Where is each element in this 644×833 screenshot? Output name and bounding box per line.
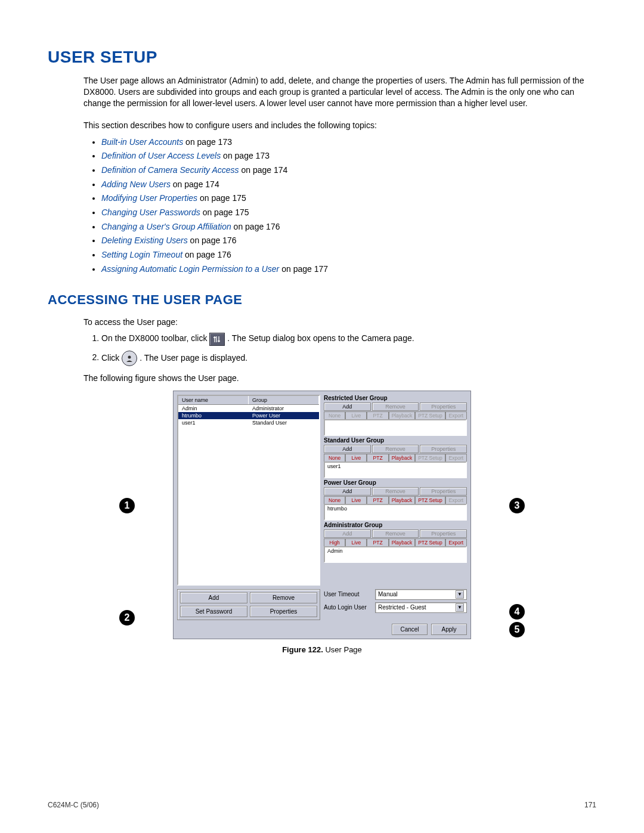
admin-group-panel: Administrator Group Add Remove Propertie… [324, 522, 467, 563]
figure-caption: Figure 122. User Page [143, 645, 501, 654]
callout-5: 5 [509, 622, 525, 637]
user-action-buttons: Add Remove Set Password Properties [177, 589, 320, 620]
tab-export[interactable]: Export [445, 411, 467, 419]
tab-live[interactable]: Live [345, 454, 367, 462]
group-props-button[interactable]: Properties [420, 529, 467, 538]
tab-ptz[interactable]: PTZ [367, 538, 388, 546]
toc-item: Definition of Camera Security Access on … [101, 164, 596, 177]
tab-ptz[interactable]: PTZ [367, 411, 388, 419]
user-timeout-select[interactable]: Manual ▼ [375, 589, 467, 600]
toc-item: Changing a User's Group Affiliation on p… [101, 221, 596, 234]
properties-button[interactable]: Properties [250, 606, 317, 617]
tab-export[interactable]: Export [445, 538, 467, 546]
toc-link[interactable]: Changing a User's Group Affiliation [101, 222, 231, 231]
group-title: Restricted User Group [324, 395, 467, 401]
tab-playback[interactable]: Playback [389, 538, 416, 546]
tab-ptz[interactable]: PTZ [367, 496, 388, 504]
user-timeout-label: User Timeout [324, 591, 371, 597]
power-group-panel: Power User Group Add Remove Properties N… [324, 479, 467, 521]
tab-ptzsetup[interactable]: PTZ Setup [415, 454, 445, 462]
callout-2: 2 [119, 610, 135, 625]
group-title: Standard User Group [324, 437, 467, 444]
step-2: Click . The User page is displayed. [101, 351, 596, 366]
toc-link[interactable]: Assigning Automatic Login Permission to … [101, 264, 279, 274]
group-add-button[interactable]: Add [324, 529, 371, 538]
toc-link[interactable]: Built-in User Accounts [101, 137, 183, 147]
group-remove-button[interactable]: Remove [372, 402, 419, 411]
group-add-button[interactable]: Add [324, 445, 371, 453]
tab-live[interactable]: Live [345, 496, 367, 504]
toc-link[interactable]: Setting Login Timeout [101, 250, 182, 259]
tab-ptzsetup[interactable]: PTZ Setup [415, 538, 445, 546]
callout-1: 1 [119, 498, 135, 513]
callout-4: 4 [509, 604, 525, 620]
col-username[interactable]: User name [178, 396, 249, 404]
user-list[interactable]: User name Group AdminAdministrator htrum… [177, 395, 320, 586]
tab-none[interactable]: None [324, 454, 345, 462]
group-props-button[interactable]: Properties [420, 487, 467, 496]
group-member-list[interactable]: htrumbo [324, 504, 467, 521]
restricted-group-panel: Restricted User Group Add Remove Propert… [324, 395, 467, 436]
tab-export[interactable]: Export [445, 496, 467, 504]
toc-item: Adding New Users on page 174 [101, 178, 596, 191]
user-page-dialog: User name Group AdminAdministrator htrum… [173, 391, 471, 639]
toc-item: Definition of User Access Levels on page… [101, 150, 596, 163]
toc-item: Assigning Automatic Login Permission to … [101, 263, 596, 276]
tab-high[interactable]: High [324, 538, 345, 546]
section-heading: ACCESSING THE USER PAGE [48, 292, 596, 308]
toc-link[interactable]: Modifying User Properties [101, 193, 197, 203]
group-add-button[interactable]: Add [324, 487, 371, 496]
toc-item: Built-in User Accounts on page 173 [101, 136, 596, 149]
tab-export[interactable]: Export [445, 454, 467, 462]
group-remove-button[interactable]: Remove [372, 487, 419, 496]
user-page-icon [122, 351, 137, 366]
standard-group-panel: Standard User Group Add Remove Propertie… [324, 437, 467, 478]
step-list: On the DX8000 toolbar, click . The Setup… [101, 332, 596, 366]
toc-link[interactable]: Definition of Camera Security Access [101, 165, 239, 175]
page-title: USER SETUP [48, 48, 596, 67]
toc-link[interactable]: Definition of User Access Levels [101, 151, 221, 160]
tab-none[interactable]: None [324, 496, 345, 504]
user-row-selected: htrumboPower User [178, 412, 319, 419]
tab-playback[interactable]: Playback [389, 496, 416, 504]
toc-item: Setting Login Timeout on page 176 [101, 249, 596, 262]
col-group[interactable]: Group [249, 396, 319, 404]
toc-link[interactable]: Adding New Users [101, 179, 171, 189]
setup-toolbar-icon [209, 333, 225, 346]
toc-link[interactable]: Changing User Passwords [101, 208, 200, 217]
toc-item: Modifying User Properties on page 175 [101, 192, 596, 205]
cancel-button[interactable]: Cancel [392, 624, 428, 635]
figure-intro: The following figure shows the User page… [83, 372, 596, 385]
toc-link[interactable]: Deleting Existing Users [101, 236, 188, 245]
tab-playback[interactable]: Playback [389, 454, 416, 462]
add-user-button[interactable]: Add [180, 592, 247, 603]
svg-point-0 [128, 355, 131, 358]
apply-button[interactable]: Apply [431, 624, 467, 635]
tab-none[interactable]: None [324, 411, 345, 419]
tab-ptzsetup[interactable]: PTZ Setup [415, 411, 445, 419]
toc-item: Deleting Existing Users on page 176 [101, 234, 596, 247]
group-member-list[interactable]: user1 [324, 462, 467, 478]
auto-login-select[interactable]: Restricted - Guest ▼ [375, 602, 467, 613]
set-password-button[interactable]: Set Password [180, 606, 247, 617]
toc-item: Changing User Passwords on page 175 [101, 206, 596, 219]
chevron-down-icon: ▼ [456, 590, 464, 599]
group-remove-button[interactable]: Remove [372, 445, 419, 453]
toc-list: Built-in User Accounts on page 173 Defin… [101, 136, 596, 276]
tab-live[interactable]: Live [345, 411, 367, 419]
group-member-list[interactable] [324, 419, 467, 436]
auto-login-label: Auto Login User [324, 604, 371, 611]
tab-playback[interactable]: Playback [389, 411, 416, 419]
group-title: Power User Group [324, 479, 467, 486]
tab-live[interactable]: Live [345, 538, 367, 546]
group-add-button[interactable]: Add [324, 402, 371, 411]
group-props-button[interactable]: Properties [420, 445, 467, 453]
group-remove-button[interactable]: Remove [372, 529, 419, 538]
group-props-button[interactable]: Properties [420, 402, 467, 411]
remove-user-button[interactable]: Remove [250, 592, 317, 603]
tab-ptzsetup[interactable]: PTZ Setup [415, 496, 445, 504]
tab-ptz[interactable]: PTZ [367, 454, 388, 462]
user-row: user1Standard User [178, 419, 319, 426]
group-member-list[interactable]: Admin [324, 546, 467, 563]
callout-3: 3 [509, 498, 525, 513]
